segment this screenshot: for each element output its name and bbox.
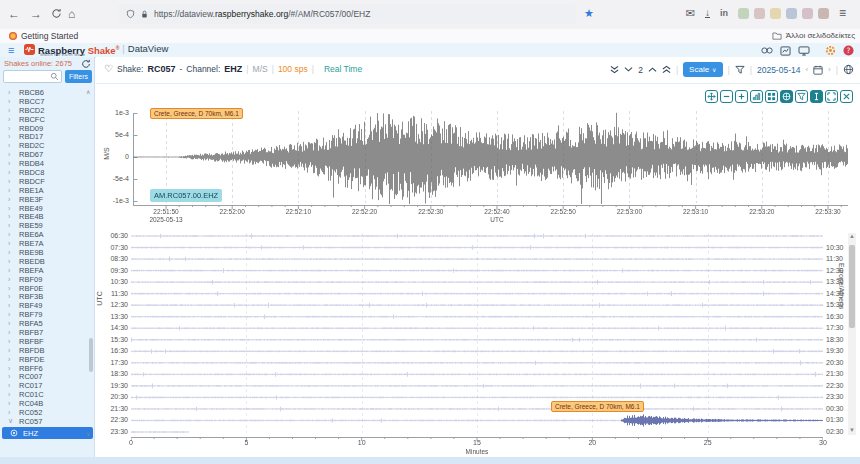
downloads-icon[interactable]: ↓	[705, 8, 710, 18]
station-name: RBD67	[19, 150, 43, 159]
close-button[interactable]	[840, 90, 853, 103]
sidebar-station[interactable]: ›RBD67	[0, 150, 88, 159]
help-icon[interactable]: ?	[843, 45, 854, 56]
chevron-right-icon[interactable]: ›	[8, 222, 13, 229]
chevron-right-icon[interactable]: ›	[8, 169, 13, 176]
linkedin-icon[interactable]: in	[720, 8, 728, 18]
sidebar-station[interactable]: ›RBCB6	[0, 88, 88, 97]
spectrogram-button[interactable]	[780, 90, 793, 103]
globe-settings-icon[interactable]	[843, 64, 854, 75]
spectrogram-icon	[782, 92, 791, 101]
helicorder-x-tick-label: 15	[467, 439, 487, 446]
grid-button[interactable]	[765, 90, 778, 103]
chevron-right-icon[interactable]: ›	[8, 160, 13, 167]
other-bookmarks[interactable]: Άλλοι σελιδοδείκτες	[772, 31, 855, 40]
chevron-right-icon[interactable]: ›	[8, 187, 13, 194]
sidebar-station[interactable]: ›RBE59	[0, 221, 88, 230]
zoom-in-icon	[737, 92, 746, 101]
chevron-right-icon[interactable]: ›	[8, 125, 13, 132]
double-chevron-down-icon[interactable]	[610, 65, 619, 74]
calendar-icon[interactable]	[813, 65, 823, 75]
goggles-icon[interactable]	[761, 46, 773, 55]
chevron-down-icon[interactable]	[624, 66, 633, 73]
chevron-right-icon[interactable]: ›	[8, 116, 13, 123]
forward-icon[interactable]: →	[30, 6, 42, 22]
refresh-icon[interactable]	[81, 59, 91, 69]
bookmark-getting-started[interactable]: Getting Started	[9, 31, 78, 41]
amplitude-button[interactable]	[750, 90, 763, 103]
chart-report-icon[interactable]	[780, 46, 791, 56]
chevron-right-icon[interactable]: ›	[8, 142, 13, 149]
sidebar-station[interactable]: ›RBCD2	[0, 106, 88, 115]
chevron-right-icon[interactable]: ›	[8, 196, 13, 203]
helicorder-event-label[interactable]: Crete, Greece, D 70km, M6.1	[551, 401, 644, 412]
app-menu-icon[interactable]: ≡	[8, 44, 14, 56]
sidebar-station[interactable]: ›RBE49	[0, 204, 88, 213]
home-icon[interactable]: ⌂	[68, 6, 75, 22]
helicorder-scrollbar-thumb[interactable]	[849, 245, 855, 328]
browser-menu-icon[interactable]: ≡	[839, 6, 846, 20]
zoom-in-button[interactable]	[735, 90, 748, 103]
settings-gear-icon[interactable]	[825, 45, 836, 56]
chevron-right-icon[interactable]: ›	[8, 205, 13, 212]
station-name: RBE1A	[19, 186, 44, 195]
stream-label[interactable]: AM.RC057.00.EHZ	[150, 189, 222, 202]
sidebar-station[interactable]: ›RBE4B	[0, 212, 88, 221]
chart-toolbar	[705, 90, 853, 103]
reload-icon[interactable]	[51, 8, 62, 19]
station-search-input[interactable]	[3, 70, 62, 83]
sidebar-station[interactable]: ›RBCFC	[0, 115, 88, 124]
zoom-out-button[interactable]	[720, 90, 733, 103]
sidebar-station[interactable]: ›RBE3F	[0, 195, 88, 204]
cursor-button[interactable]	[810, 90, 823, 103]
helicorder-scroll-down-icon[interactable]: ▼	[848, 427, 856, 433]
seismogram-plot[interactable]	[133, 105, 848, 209]
filters-button[interactable]: Filters	[65, 70, 92, 83]
sidebar-station[interactable]: ›RBDC8	[0, 168, 88, 177]
extension-icons[interactable]	[738, 8, 829, 19]
chevron-right-icon[interactable]: ›	[8, 98, 13, 105]
x-tick-label: 22:52:30	[407, 208, 455, 215]
date-next-icon[interactable]: ›	[828, 65, 831, 74]
station-name: RBE4B	[19, 212, 44, 221]
sidebar-station[interactable]: ›RBCC7	[0, 97, 88, 106]
chevron-right-icon[interactable]: ›	[8, 151, 13, 158]
chevron-right-icon[interactable]: ›	[8, 107, 13, 114]
favorite-heart-icon[interactable]: ♡	[104, 63, 113, 74]
monitor-icon[interactable]	[798, 46, 810, 56]
chevron-up-icon[interactable]	[648, 66, 657, 73]
sidebar-station[interactable]: ›RBDCF	[0, 177, 88, 186]
helicorder-row-time-local: 20:30	[826, 359, 844, 366]
event-label[interactable]: Crete, Greece, D 70km, M6.1	[150, 108, 243, 119]
url-bar[interactable]: https://dataview.raspberryshake.org/#/AM…	[118, 4, 576, 24]
shield-icon[interactable]	[126, 9, 135, 19]
bookmark-star-icon[interactable]: ★	[584, 7, 594, 20]
scale-button[interactable]: Scale∨	[683, 62, 722, 77]
chevron-right-icon[interactable]: ›	[8, 133, 13, 140]
back-icon[interactable]: ←	[8, 6, 20, 22]
date-value[interactable]: 2025-05-14	[757, 65, 800, 75]
x-tick-label: 22:53:10	[672, 208, 720, 215]
double-chevron-up-icon[interactable]	[662, 65, 671, 74]
chevron-right-icon[interactable]: ›	[8, 178, 13, 185]
helicorder-plot[interactable]	[131, 233, 823, 445]
helicorder-scroll-up-icon[interactable]: ▲	[848, 233, 856, 239]
date-prev-icon[interactable]: ‹	[805, 65, 808, 74]
filter-button[interactable]	[795, 90, 808, 103]
sidebar-station[interactable]: ›RBDB4	[0, 159, 88, 168]
pocket-icon[interactable]: ✉	[686, 7, 695, 20]
sidebar-station[interactable]: ›RBD17	[0, 132, 88, 141]
trace-step-value: 2	[638, 65, 643, 75]
chevron-right-icon[interactable]: ›	[8, 89, 13, 96]
sidebar-station[interactable]: ›RBD09	[0, 124, 88, 133]
stream-summary: ♡ Shake:RC057 - Channel:EHZ | M/S | 100 …	[104, 63, 362, 74]
filter-funnel-icon[interactable]	[735, 65, 745, 75]
fullscreen-button[interactable]	[825, 90, 838, 103]
padlock-icon[interactable]	[140, 9, 149, 19]
sidebar-scroll-up-icon[interactable]: ∧	[86, 88, 90, 95]
sidebar-station[interactable]: ›RBD2C	[0, 141, 88, 150]
sidebar-station[interactable]: ›RBE1A	[0, 186, 88, 195]
folder-icon	[772, 31, 782, 40]
chevron-right-icon[interactable]: ›	[8, 213, 13, 220]
pan-button[interactable]	[705, 90, 718, 103]
